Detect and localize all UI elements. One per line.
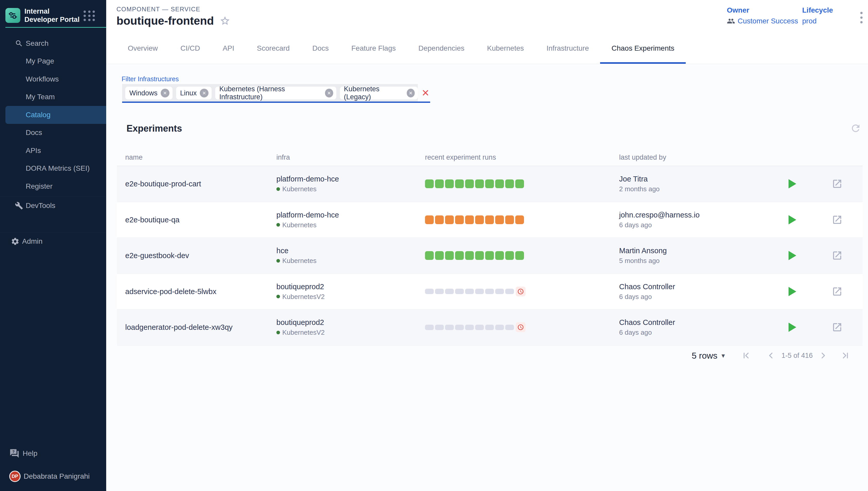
sidebar-item-my-page[interactable]: My Page: [0, 53, 106, 70]
favorite-star-icon[interactable]: [220, 16, 230, 26]
run-status-square[interactable]: [465, 325, 474, 330]
run-status-square[interactable]: [515, 251, 524, 260]
table-row[interactable]: loadgenerator-pod-delete-xw3qy boutiquep…: [117, 310, 863, 346]
run-status-square[interactable]: [475, 289, 484, 294]
chip-close-icon[interactable]: ×: [407, 89, 415, 97]
sidebar-item-docs[interactable]: Docs: [0, 124, 106, 142]
run-status-square[interactable]: [425, 325, 434, 330]
run-experiment-button[interactable]: [788, 287, 796, 296]
tab-scorecard[interactable]: Scorecard: [245, 33, 301, 64]
tab-feature-flags[interactable]: Feature Flags: [340, 33, 407, 64]
run-status-square[interactable]: [505, 179, 514, 188]
run-status-square[interactable]: [445, 325, 454, 330]
run-status-square[interactable]: [485, 289, 494, 294]
run-timeout-tile[interactable]: [516, 287, 525, 296]
run-status-square[interactable]: [435, 215, 444, 224]
sidebar-item-my-team[interactable]: My Team: [0, 88, 106, 106]
run-status-square[interactable]: [425, 251, 434, 260]
tab-chaos-experiments[interactable]: Chaos Experiments: [600, 33, 686, 64]
run-status-square[interactable]: [435, 179, 444, 188]
run-status-square[interactable]: [455, 251, 464, 260]
run-status-square[interactable]: [455, 179, 464, 188]
run-status-square[interactable]: [485, 325, 494, 330]
run-status-square[interactable]: [505, 289, 514, 294]
sidebar-item-register[interactable]: Register: [0, 177, 106, 195]
filter-infrastructures-link[interactable]: Filter Infrastructures: [122, 75, 179, 83]
infra-filter-input[interactable]: Windows× Linux× Kubernetes (Harness Infr…: [122, 84, 418, 102]
table-row[interactable]: adservice-pod-delete-5lwbx boutiqueprod2…: [117, 274, 863, 310]
chip-close-icon[interactable]: ×: [325, 89, 333, 97]
run-status-square[interactable]: [505, 251, 514, 260]
apps-grid-icon[interactable]: [84, 10, 95, 19]
run-status-square[interactable]: [425, 289, 434, 294]
run-status-square[interactable]: [455, 289, 464, 294]
run-status-square[interactable]: [475, 179, 484, 188]
run-status-square[interactable]: [495, 179, 504, 188]
tab-kubernetes[interactable]: Kubernetes: [476, 33, 535, 64]
table-row[interactable]: e2e-boutique-qa platform-demo-hce Kubern…: [117, 202, 863, 238]
sidebar-item-admin[interactable]: Admin: [0, 232, 106, 250]
clear-filters-icon[interactable]: ×: [422, 85, 429, 100]
run-experiment-button[interactable]: [788, 215, 796, 224]
run-status-square[interactable]: [445, 215, 454, 224]
table-row[interactable]: e2e-boutique-prod-cart platform-demo-hce…: [117, 166, 863, 202]
run-status-square[interactable]: [445, 289, 454, 294]
run-status-square[interactable]: [515, 215, 524, 224]
run-status-square[interactable]: [495, 215, 504, 224]
run-status-square[interactable]: [455, 325, 464, 330]
run-status-square[interactable]: [485, 215, 494, 224]
run-status-square[interactable]: [465, 179, 474, 188]
open-in-new-icon[interactable]: [832, 250, 843, 261]
chip-close-icon[interactable]: ×: [200, 89, 208, 97]
run-status-square[interactable]: [445, 251, 454, 260]
run-status-square[interactable]: [445, 179, 454, 188]
run-status-square[interactable]: [475, 325, 484, 330]
run-status-square[interactable]: [485, 179, 494, 188]
run-experiment-button[interactable]: [788, 251, 796, 260]
open-in-new-icon[interactable]: [832, 322, 843, 333]
sidebar-item-catalog[interactable]: Catalog: [5, 106, 106, 124]
run-status-square[interactable]: [435, 325, 444, 330]
run-status-square[interactable]: [475, 251, 484, 260]
tab-dependencies[interactable]: Dependencies: [407, 33, 476, 64]
app-logo[interactable]: Internal Developer Portal: [5, 7, 84, 24]
sidebar-item-search[interactable]: Search: [0, 34, 106, 53]
rows-per-page-select[interactable]: 5 rows ▾: [692, 351, 725, 361]
open-in-new-icon[interactable]: [832, 178, 843, 189]
run-status-square[interactable]: [485, 251, 494, 260]
tab-docs[interactable]: Docs: [301, 33, 340, 64]
run-experiment-button[interactable]: [788, 323, 796, 332]
last-page-icon[interactable]: [840, 351, 850, 360]
sidebar-item-help[interactable]: ? Help: [0, 444, 106, 462]
run-status-square[interactable]: [425, 215, 434, 224]
run-status-square[interactable]: [515, 179, 524, 188]
run-timeout-tile[interactable]: [516, 322, 525, 332]
run-status-square[interactable]: [505, 325, 514, 330]
table-row[interactable]: e2e-guestbook-dev hce Kubernetes Martin …: [117, 238, 863, 274]
tab-cicd[interactable]: CI/CD: [169, 33, 211, 64]
run-status-square[interactable]: [465, 289, 474, 294]
first-page-icon[interactable]: [741, 351, 751, 360]
tab-api[interactable]: API: [211, 33, 245, 64]
owner-value[interactable]: Customer Success: [727, 17, 798, 25]
run-status-square[interactable]: [425, 179, 434, 188]
run-status-square[interactable]: [435, 289, 444, 294]
open-in-new-icon[interactable]: [832, 286, 843, 297]
run-status-square[interactable]: [505, 215, 514, 224]
run-status-square[interactable]: [465, 215, 474, 224]
run-status-square[interactable]: [495, 325, 504, 330]
kebab-menu-icon[interactable]: [856, 10, 866, 25]
refresh-icon[interactable]: [850, 123, 861, 134]
run-status-square[interactable]: [465, 251, 474, 260]
sidebar-item-workflows[interactable]: Workflows: [0, 70, 106, 88]
previous-page-icon[interactable]: [766, 351, 776, 360]
sidebar-item-apis[interactable]: APIs: [0, 142, 106, 160]
run-status-square[interactable]: [455, 215, 464, 224]
sidebar-item-devtools[interactable]: DevTools: [0, 197, 106, 215]
next-page-icon[interactable]: [818, 351, 828, 360]
run-experiment-button[interactable]: [788, 179, 796, 189]
tab-overview[interactable]: Overview: [116, 33, 169, 64]
run-status-square[interactable]: [495, 289, 504, 294]
run-status-square[interactable]: [435, 251, 444, 260]
sidebar-item-dora-metrics[interactable]: DORA Metrics (SEI): [0, 160, 106, 178]
